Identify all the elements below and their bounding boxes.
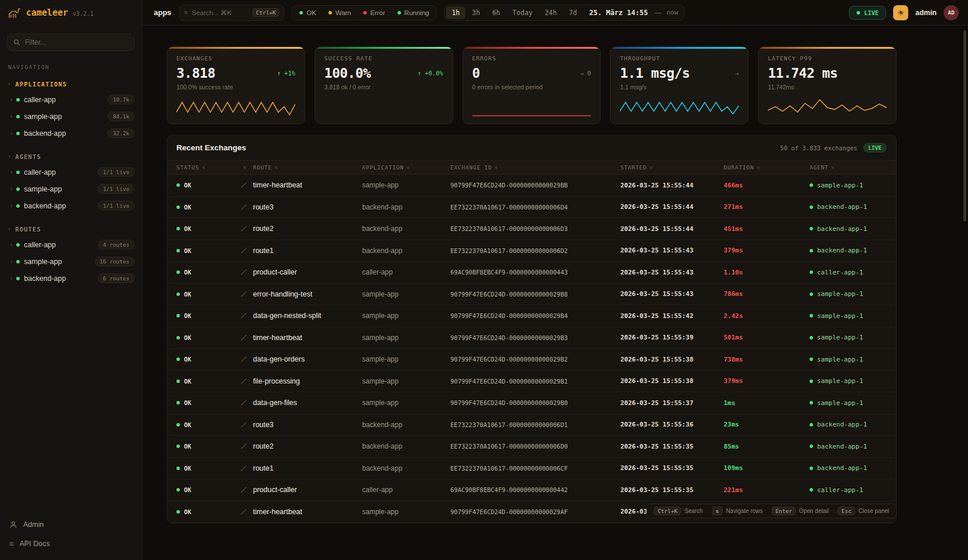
section-header-applications[interactable]: ▾ APPLICATIONS [0,78,142,91]
table-body: OK timer-heartbeat sample-app 90799F47E6… [167,175,896,523]
agent-cell: sample-app-1 [810,182,887,189]
table-row[interactable]: OK route3 backend-app EE7322370A10617-00… [167,414,896,436]
search-input[interactable] [192,9,249,16]
table-row[interactable]: OK route3 backend-app EE7322370A10617-00… [167,197,896,219]
sidebar-item-application[interactable]: › sample-app 84.1k [0,108,142,125]
status-label: OK [184,291,192,298]
sidebar-item-route[interactable]: › caller-app 4 routes [0,236,142,253]
section-routes: ▾ ROUTES › caller-app 4 routes › s [0,218,142,290]
username[interactable]: admin [915,9,937,17]
status-label: OK [184,182,192,189]
agent-name: sample-app-1 [817,334,863,341]
stat-card: LATENCY P99 11.742 ms 11.742ms [758,46,897,124]
caret-icon: ▾ [8,227,11,232]
sidebar-item-admin[interactable]: Admin [0,515,142,534]
live-badge: LIVE [863,143,887,153]
chevron-right-icon: › [10,114,12,120]
table-row[interactable]: OK timer-heartbeat sample-app 90799F47E6… [167,175,896,197]
caret-icon: ▾ [8,82,11,86]
agent-name: sample-app-1 [817,377,863,385]
column-header[interactable]: ROUTE ⇅ [253,164,362,171]
time-range-chip[interactable]: 6h [486,6,506,19]
status-cell: OK [176,421,240,428]
section-header-agents[interactable]: ▾ AGENTS [0,151,142,164]
table-row[interactable]: OK route1 backend-app EE7322370A10617-00… [167,240,896,262]
column-header[interactable]: STARTED ⇅ [620,164,724,171]
application-name: caller-app [362,486,450,494]
column-header[interactable]: STATUS ⇅ [176,164,240,171]
duration: 451ms [724,225,810,233]
time-range-chip[interactable]: 1h [446,6,465,19]
status-filter-chip[interactable]: OK [294,7,322,19]
sidebar-item-route[interactable]: › sample-app 16 routes [0,253,142,270]
status-filter-chip[interactable]: Warn [323,7,357,19]
column-header[interactable]: EXCHANGE ID ⇅ [450,164,620,171]
table-row[interactable]: OK timer-heartbeat sample-app 90799F47E6… [167,327,896,349]
live-toggle-button[interactable]: LIVE [849,6,886,20]
column-header[interactable]: APPLICATION ⇅ [362,164,450,171]
theme-toggle-button[interactable]: ☀ [893,5,908,20]
time-range-chip[interactable]: 24h [539,6,563,19]
sidebar-filter [7,34,135,51]
sidebar-item-route[interactable]: › backend-app 6 routes [0,270,142,287]
route-name: timer-heartbeat [253,181,362,189]
agent-name: sample-app-1 [817,356,863,363]
section-label: AGENTS [15,153,41,160]
route-name: data-gen-nested-split [253,312,362,320]
table-row[interactable]: OK data-gen-files sample-app 90799F47E6C… [167,392,896,414]
item-badge: 6 routes [97,273,135,283]
application-name: backend-app [362,442,450,450]
time-range-chip[interactable]: 3h [466,6,486,19]
exchange-id: 90799F47E6CD24D-00000000000029B1 [450,378,620,385]
column-header[interactable]: DURATION ⇅ [724,164,810,171]
table-row[interactable]: OK product-caller caller-app 69AC90BF8EB… [167,479,896,501]
table-row[interactable]: OK data-gen-nested-split sample-app 9079… [167,305,896,327]
scrollbar-thumb[interactable] [963,30,966,222]
filter-input[interactable] [25,38,128,46]
trend-icon-cell [240,269,253,276]
keyboard-hint: Ctrl+K Search [654,507,703,515]
now-button[interactable]: now [662,9,682,16]
started-timestamp: 2026-03-25 15:55:35 [620,486,724,494]
sidebar-item-application[interactable]: › backend-app 32.2k [0,125,142,142]
avatar[interactable]: AD [944,5,959,20]
column-header[interactable]: ⇅ [240,165,253,170]
table-row[interactable]: OK data-gen-orders sample-app 90799F47E6… [167,349,896,371]
table-row[interactable]: OK product-caller caller-app 69AC90BF8EB… [167,262,896,284]
agent-dot [810,292,813,296]
status-dot [16,187,20,191]
time-range-chip[interactable]: 7d [563,6,583,19]
agent-dot [810,183,813,187]
sidebar-item-api-docs[interactable]: ≡ API Docs [0,534,142,553]
time-range-chip[interactable]: Today [507,6,539,19]
table-row[interactable]: OK file-processing sample-app 90799F47E6… [167,371,896,393]
status-cell: OK [176,247,240,254]
table-row[interactable]: OK route2 backend-app EE7322370A10617-00… [167,436,896,458]
trend-icon [240,182,247,189]
application-name: sample-app [362,181,450,189]
trend-icon-cell [240,247,253,254]
ok-dot [176,488,180,492]
status-filter-chip[interactable]: Error [357,7,391,19]
trend-icon [240,334,247,341]
routes-list: › caller-app 4 routes › sample-app 16 ro… [0,236,142,287]
sidebar-item-application[interactable]: › caller-app 10.7k [0,91,142,108]
sidebar-item-agent[interactable]: › backend-app 1/1 live [0,197,142,214]
sidebar-item-agent[interactable]: › sample-app 1/1 live [0,180,142,197]
column-header[interactable]: AGENT ⇅ [810,164,887,171]
sidebar-item-agent[interactable]: › caller-app 1/1 live [0,164,142,180]
application-name: backend-app [362,203,450,211]
live-label: LIVE [864,9,879,16]
table-row[interactable]: OK route2 backend-app EE7322370A10617-00… [167,218,896,240]
application-name: backend-app [362,421,450,429]
section-header-routes[interactable]: ▾ ROUTES [0,223,142,236]
agent-cell: sample-app-1 [810,290,887,298]
table-row[interactable]: OK route1 backend-app EE7322370A10617-00… [167,458,896,480]
stat-subtext: 100.0% success rate [176,84,295,91]
sparkline [176,97,295,118]
agent-name: sample-app-1 [817,182,863,189]
table-row[interactable]: OK error-handling-test sample-app 90799F… [167,284,896,306]
app-root: cameleer v3.2.1 NAVIGATION ▾ APPLICATION… [0,0,968,560]
item-label: backend-app [24,129,66,138]
status-filter-chip[interactable]: Running [392,7,435,19]
